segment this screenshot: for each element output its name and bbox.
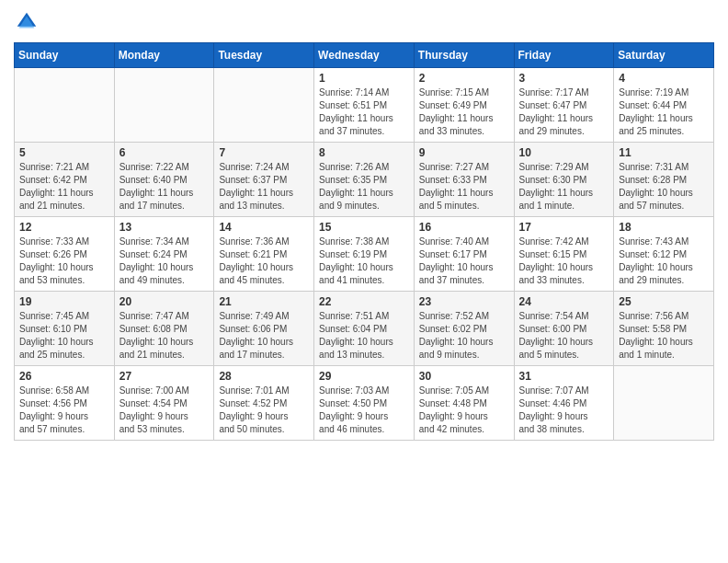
day-info: Sunrise: 7:43 AM Sunset: 6:12 PM Dayligh…	[619, 236, 709, 287]
day-number: 9	[419, 146, 509, 159]
calendar-cell: 29Sunrise: 7:03 AM Sunset: 4:50 PM Dayli…	[314, 366, 415, 441]
calendar-cell: 27Sunrise: 7:00 AM Sunset: 4:54 PM Dayli…	[114, 366, 214, 441]
calendar-week-3: 12Sunrise: 7:33 AM Sunset: 6:26 PM Dayli…	[15, 217, 714, 292]
calendar-cell: 18Sunrise: 7:43 AM Sunset: 6:12 PM Dayli…	[614, 217, 714, 292]
calendar-cell: 15Sunrise: 7:38 AM Sunset: 6:19 PM Dayli…	[314, 217, 415, 292]
day-info: Sunrise: 7:21 AM Sunset: 6:42 PM Dayligh…	[19, 161, 109, 213]
day-info: Sunrise: 7:38 AM Sunset: 6:19 PM Dayligh…	[319, 236, 409, 287]
day-number: 23	[419, 295, 509, 308]
calendar-cell: 24Sunrise: 7:54 AM Sunset: 6:00 PM Dayli…	[514, 292, 614, 366]
day-info: Sunrise: 7:03 AM Sunset: 4:50 PM Dayligh…	[319, 385, 409, 436]
day-number: 20	[119, 295, 210, 308]
calendar-cell: 17Sunrise: 7:42 AM Sunset: 6:15 PM Dayli…	[514, 217, 614, 292]
calendar-cell: 23Sunrise: 7:52 AM Sunset: 6:02 PM Dayli…	[414, 292, 514, 366]
day-number: 27	[119, 370, 210, 383]
day-number: 19	[19, 295, 109, 308]
day-info: Sunrise: 7:22 AM Sunset: 6:40 PM Dayligh…	[119, 161, 210, 213]
calendar-cell: 1Sunrise: 7:14 AM Sunset: 6:51 PM Daylig…	[314, 68, 415, 143]
day-number: 7	[219, 146, 309, 159]
day-number: 26	[19, 370, 109, 383]
calendar-cell: 3Sunrise: 7:17 AM Sunset: 6:47 PM Daylig…	[514, 68, 614, 143]
day-number: 13	[119, 221, 210, 234]
day-number: 29	[319, 370, 409, 383]
day-number: 31	[519, 370, 609, 383]
day-header-saturday: Saturday	[614, 43, 714, 68]
day-info: Sunrise: 7:40 AM Sunset: 6:17 PM Dayligh…	[419, 236, 509, 287]
day-info: Sunrise: 7:49 AM Sunset: 6:06 PM Dayligh…	[219, 310, 309, 362]
calendar-cell: 5Sunrise: 7:21 AM Sunset: 6:42 PM Daylig…	[15, 143, 115, 217]
day-info: Sunrise: 7:56 AM Sunset: 5:58 PM Dayligh…	[619, 310, 709, 362]
day-info: Sunrise: 7:07 AM Sunset: 4:46 PM Dayligh…	[519, 385, 609, 436]
day-info: Sunrise: 7:34 AM Sunset: 6:24 PM Dayligh…	[119, 236, 210, 287]
day-info: Sunrise: 7:47 AM Sunset: 6:08 PM Dayligh…	[119, 310, 210, 362]
calendar-cell: 26Sunrise: 6:58 AM Sunset: 4:56 PM Dayli…	[15, 366, 115, 441]
day-info: Sunrise: 6:58 AM Sunset: 4:56 PM Dayligh…	[19, 385, 109, 436]
calendar-cell: 2Sunrise: 7:15 AM Sunset: 6:49 PM Daylig…	[414, 68, 514, 143]
day-number: 14	[219, 221, 309, 234]
day-number: 21	[219, 295, 309, 308]
header	[14, 9, 714, 35]
day-number: 12	[19, 221, 109, 234]
calendar-cell: 7Sunrise: 7:24 AM Sunset: 6:37 PM Daylig…	[214, 143, 314, 217]
day-info: Sunrise: 7:36 AM Sunset: 6:21 PM Dayligh…	[219, 236, 309, 287]
day-number: 24	[519, 295, 609, 308]
calendar-week-4: 19Sunrise: 7:45 AM Sunset: 6:10 PM Dayli…	[15, 292, 714, 366]
day-number: 18	[619, 221, 709, 234]
day-number: 22	[319, 295, 409, 308]
day-number: 17	[519, 221, 609, 234]
calendar-cell: 31Sunrise: 7:07 AM Sunset: 4:46 PM Dayli…	[514, 366, 614, 441]
calendar-cell	[214, 68, 314, 143]
day-number: 11	[619, 146, 709, 159]
day-info: Sunrise: 7:17 AM Sunset: 6:47 PM Dayligh…	[519, 86, 609, 138]
calendar-cell: 22Sunrise: 7:51 AM Sunset: 6:04 PM Dayli…	[314, 292, 415, 366]
day-header-tuesday: Tuesday	[214, 43, 314, 68]
calendar-cell: 9Sunrise: 7:27 AM Sunset: 6:33 PM Daylig…	[414, 143, 514, 217]
calendar-week-5: 26Sunrise: 6:58 AM Sunset: 4:56 PM Dayli…	[15, 366, 714, 441]
day-number: 4	[619, 72, 709, 85]
day-info: Sunrise: 7:26 AM Sunset: 6:35 PM Dayligh…	[319, 161, 409, 213]
calendar-cell: 25Sunrise: 7:56 AM Sunset: 5:58 PM Dayli…	[614, 292, 714, 366]
calendar-cell: 28Sunrise: 7:01 AM Sunset: 4:52 PM Dayli…	[214, 366, 314, 441]
day-number: 16	[419, 221, 509, 234]
calendar-cell: 11Sunrise: 7:31 AM Sunset: 6:28 PM Dayli…	[614, 143, 714, 217]
day-header-sunday: Sunday	[15, 43, 115, 68]
day-header-monday: Monday	[114, 43, 214, 68]
day-info: Sunrise: 7:52 AM Sunset: 6:02 PM Dayligh…	[419, 310, 509, 362]
day-number: 15	[319, 221, 409, 234]
day-info: Sunrise: 7:45 AM Sunset: 6:10 PM Dayligh…	[19, 310, 109, 362]
calendar: SundayMondayTuesdayWednesdayThursdayFrid…	[14, 42, 714, 441]
day-info: Sunrise: 7:54 AM Sunset: 6:00 PM Dayligh…	[519, 310, 609, 362]
day-number: 6	[119, 146, 210, 159]
calendar-header-row: SundayMondayTuesdayWednesdayThursdayFrid…	[15, 43, 714, 68]
day-info: Sunrise: 7:42 AM Sunset: 6:15 PM Dayligh…	[519, 236, 609, 287]
calendar-cell: 19Sunrise: 7:45 AM Sunset: 6:10 PM Dayli…	[15, 292, 115, 366]
calendar-cell: 10Sunrise: 7:29 AM Sunset: 6:30 PM Dayli…	[514, 143, 614, 217]
day-number: 10	[519, 146, 609, 159]
day-info: Sunrise: 7:24 AM Sunset: 6:37 PM Dayligh…	[219, 161, 309, 213]
logo	[14, 9, 43, 35]
day-info: Sunrise: 7:14 AM Sunset: 6:51 PM Dayligh…	[319, 86, 409, 138]
calendar-week-2: 5Sunrise: 7:21 AM Sunset: 6:42 PM Daylig…	[15, 143, 714, 217]
day-info: Sunrise: 7:27 AM Sunset: 6:33 PM Dayligh…	[419, 161, 509, 213]
day-header-wednesday: Wednesday	[314, 43, 415, 68]
day-info: Sunrise: 7:05 AM Sunset: 4:48 PM Dayligh…	[419, 385, 509, 436]
calendar-cell	[614, 366, 714, 441]
calendar-cell	[114, 68, 214, 143]
calendar-cell: 8Sunrise: 7:26 AM Sunset: 6:35 PM Daylig…	[314, 143, 415, 217]
day-header-friday: Friday	[514, 43, 614, 68]
calendar-cell: 4Sunrise: 7:19 AM Sunset: 6:44 PM Daylig…	[614, 68, 714, 143]
day-info: Sunrise: 7:15 AM Sunset: 6:49 PM Dayligh…	[419, 86, 509, 138]
day-header-thursday: Thursday	[414, 43, 514, 68]
day-number: 3	[519, 72, 609, 85]
calendar-cell: 16Sunrise: 7:40 AM Sunset: 6:17 PM Dayli…	[414, 217, 514, 292]
day-info: Sunrise: 7:31 AM Sunset: 6:28 PM Dayligh…	[619, 161, 709, 213]
day-number: 8	[319, 146, 409, 159]
logo-icon	[14, 9, 40, 35]
calendar-cell: 13Sunrise: 7:34 AM Sunset: 6:24 PM Dayli…	[114, 217, 214, 292]
calendar-week-1: 1Sunrise: 7:14 AM Sunset: 6:51 PM Daylig…	[15, 68, 714, 143]
day-number: 5	[19, 146, 109, 159]
day-number: 25	[619, 295, 709, 308]
day-number: 28	[219, 370, 309, 383]
calendar-cell	[15, 68, 115, 143]
day-info: Sunrise: 7:33 AM Sunset: 6:26 PM Dayligh…	[19, 236, 109, 287]
